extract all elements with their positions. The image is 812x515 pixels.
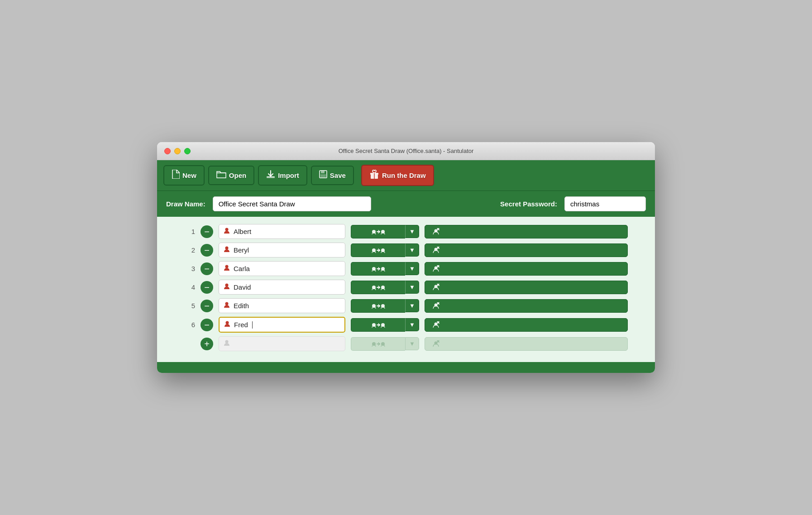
exclusion-button-disabled bbox=[351, 337, 405, 351]
remove-button[interactable]: − bbox=[201, 319, 213, 331]
participant-name: Carla bbox=[234, 265, 250, 272]
person-icon bbox=[224, 320, 230, 329]
import-label: Import bbox=[278, 172, 299, 179]
empty-name-field[interactable] bbox=[219, 336, 345, 351]
exclusion-control: ▼ bbox=[351, 262, 419, 276]
exclusion-button[interactable] bbox=[351, 299, 405, 313]
exclusion-control: ▼ bbox=[351, 281, 419, 294]
save-label: Save bbox=[330, 172, 346, 179]
run-draw-label: Run the Draw bbox=[382, 172, 426, 179]
svg-point-30 bbox=[225, 302, 229, 305]
draw-name-input[interactable] bbox=[213, 196, 371, 211]
exclusion-dropdown-button[interactable]: ▼ bbox=[405, 262, 419, 275]
content-area: 1 − Albert bbox=[157, 217, 655, 362]
row-number: 5 bbox=[184, 302, 195, 310]
form-row: Draw Name: Secret Password: bbox=[157, 191, 655, 217]
exclusion-button[interactable] bbox=[351, 281, 405, 294]
add-participant-row: + bbox=[184, 336, 628, 351]
window-title: Office Secret Santa Draw (Office.santa) … bbox=[339, 148, 474, 154]
exclude-person-button[interactable] bbox=[425, 281, 628, 294]
participant-name: Albert bbox=[234, 228, 251, 235]
add-button[interactable]: + bbox=[201, 338, 213, 350]
table-row: 1 − Albert bbox=[184, 224, 628, 239]
exclude-person-button-disabled bbox=[425, 337, 628, 351]
exclusion-dropdown-button-disabled: ▼ bbox=[405, 337, 419, 350]
save-button[interactable]: Save bbox=[311, 166, 354, 185]
remove-button[interactable]: − bbox=[201, 281, 213, 294]
exclusion-control-disabled: ▼ bbox=[351, 337, 419, 351]
new-label: New bbox=[182, 172, 196, 179]
toolbar: New Open Import bbox=[157, 160, 655, 191]
person-icon bbox=[224, 301, 230, 310]
svg-point-36 bbox=[226, 321, 229, 324]
new-button[interactable]: New bbox=[163, 165, 205, 186]
participant-name: Edith bbox=[234, 302, 249, 310]
person-icon bbox=[224, 227, 230, 236]
table-row: 4 − David bbox=[184, 280, 628, 295]
name-field[interactable]: Carla bbox=[219, 261, 345, 276]
name-field[interactable]: Edith bbox=[219, 298, 345, 313]
minimize-button[interactable] bbox=[174, 148, 181, 154]
name-field[interactable]: Albert bbox=[219, 224, 345, 239]
table-row: 2 − Beryl bbox=[184, 243, 628, 258]
exclusion-dropdown-button[interactable]: ▼ bbox=[405, 299, 419, 312]
open-label: Open bbox=[229, 172, 246, 179]
exclusion-dropdown-button[interactable]: ▼ bbox=[405, 225, 419, 238]
svg-point-42 bbox=[225, 340, 229, 343]
name-field[interactable]: Fred bbox=[219, 317, 345, 333]
table-row: 6 − Fred bbox=[184, 317, 628, 333]
remove-button[interactable]: − bbox=[201, 300, 213, 312]
remove-button[interactable]: − bbox=[201, 244, 213, 257]
title-bar: Office Secret Santa Draw (Office.santa) … bbox=[157, 142, 655, 160]
exclude-person-button[interactable] bbox=[425, 225, 628, 238]
exclusion-button[interactable] bbox=[351, 262, 405, 276]
exclusion-dropdown-button[interactable]: ▼ bbox=[405, 243, 419, 257]
exclusion-dropdown-button[interactable]: ▼ bbox=[405, 281, 419, 294]
row-number: 2 bbox=[184, 246, 195, 254]
exclude-person-button[interactable] bbox=[425, 243, 628, 257]
person-icon bbox=[224, 246, 230, 254]
open-button[interactable]: Open bbox=[208, 166, 254, 185]
run-draw-button[interactable]: Run the Draw bbox=[361, 165, 434, 186]
exclude-person-button[interactable] bbox=[425, 262, 628, 276]
import-button[interactable]: Import bbox=[258, 165, 307, 186]
exclusion-control: ▼ bbox=[351, 299, 419, 313]
footer-bar bbox=[157, 362, 655, 373]
exclusion-control: ▼ bbox=[351, 318, 419, 332]
row-number: 4 bbox=[184, 283, 195, 291]
exclusion-button[interactable] bbox=[351, 243, 405, 257]
exclusion-control: ▼ bbox=[351, 243, 419, 257]
app-window: Office Secret Santa Draw (Office.santa) … bbox=[157, 142, 655, 373]
new-icon bbox=[172, 170, 180, 181]
name-field[interactable]: David bbox=[219, 280, 345, 295]
remove-button[interactable]: − bbox=[201, 262, 213, 275]
svg-point-18 bbox=[225, 265, 229, 268]
svg-rect-3 bbox=[320, 174, 326, 177]
table-row: 3 − Carla bbox=[184, 261, 628, 276]
row-number: 3 bbox=[184, 265, 195, 272]
person-icon-empty bbox=[224, 339, 230, 348]
exclude-person-button[interactable] bbox=[425, 299, 628, 313]
exclusion-control: ▼ bbox=[351, 225, 419, 238]
person-icon bbox=[224, 264, 230, 273]
maximize-button[interactable] bbox=[184, 148, 191, 154]
exclusion-button[interactable] bbox=[351, 318, 405, 332]
row-number: 6 bbox=[184, 321, 195, 329]
svg-point-6 bbox=[225, 228, 229, 231]
person-icon bbox=[224, 283, 230, 291]
remove-button[interactable]: − bbox=[201, 225, 213, 238]
text-cursor bbox=[252, 321, 253, 329]
svg-point-12 bbox=[225, 247, 229, 250]
password-label: Secret Password: bbox=[500, 200, 557, 208]
close-button[interactable] bbox=[164, 148, 171, 154]
name-field[interactable]: Beryl bbox=[219, 243, 345, 258]
participant-name: David bbox=[234, 283, 251, 291]
password-input[interactable] bbox=[564, 196, 646, 211]
row-number: 1 bbox=[184, 228, 195, 235]
traffic-lights bbox=[164, 148, 191, 154]
exclusion-button[interactable] bbox=[351, 225, 405, 238]
exclude-person-button[interactable] bbox=[425, 318, 628, 332]
participant-name: Beryl bbox=[234, 246, 249, 254]
participant-name: Fred bbox=[234, 321, 248, 329]
exclusion-dropdown-button[interactable]: ▼ bbox=[405, 318, 419, 331]
